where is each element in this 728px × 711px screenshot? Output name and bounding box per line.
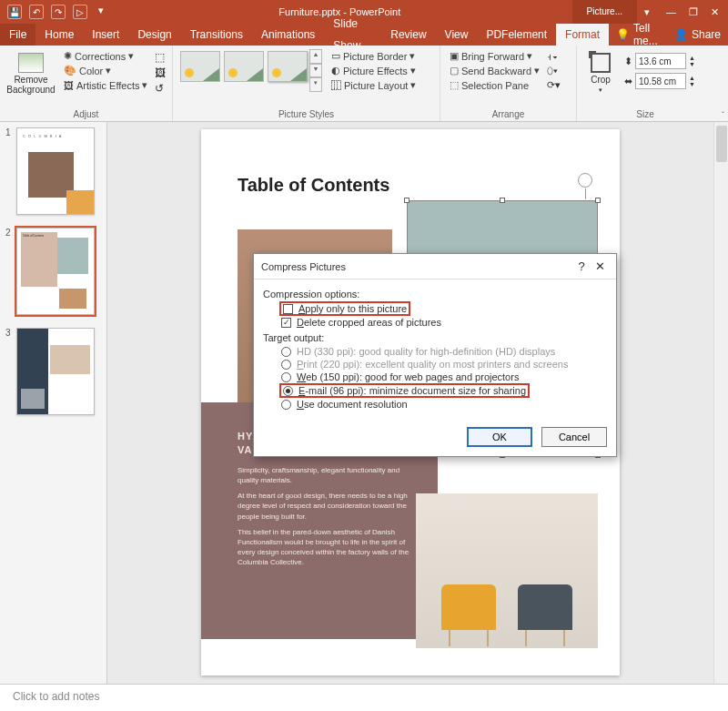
tab-transitions[interactable]: Transitions xyxy=(181,24,252,46)
group-label: Adjust xyxy=(5,109,167,121)
tell-me[interactable]: 💡Tell me... xyxy=(609,22,667,47)
dialog-title: Compress Pictures xyxy=(261,261,572,272)
delete-cropped-checkbox[interactable]: ✓ xyxy=(281,318,291,328)
option-web[interactable]: Web (150 ppi): good for web pages and pr… xyxy=(263,371,607,383)
group-icon[interactable]: ⬯▾ xyxy=(547,65,561,76)
tab-pdfelement[interactable]: PDFelement xyxy=(477,24,556,46)
contextual-tab-group: Picture... xyxy=(572,0,637,24)
rotate-icon[interactable]: ⟳▾ xyxy=(547,79,561,91)
slide-thumb-2[interactable]: 2 Table of Contents xyxy=(4,228,103,315)
slide-thumbnails-pane[interactable]: 1 C O L U M B I A 2 Table of Contents 3 xyxy=(0,122,107,684)
slide-thumb-1[interactable]: 1 C O L U M B I A xyxy=(4,127,103,215)
rotation-handle-icon[interactable] xyxy=(578,173,592,188)
send-backward-button[interactable]: ▢Send Backward▾ xyxy=(446,64,543,77)
scrollbar-thumb[interactable] xyxy=(716,126,727,162)
vertical-scrollbar[interactable] xyxy=(713,122,728,684)
bring-forward-button[interactable]: ▣Bring Forward▾ xyxy=(446,49,543,63)
slide-number: 2 xyxy=(5,228,11,238)
gallery-scroll[interactable]: ▲▼▾ xyxy=(309,49,322,92)
resize-handle[interactable] xyxy=(404,198,410,203)
chevron-down-icon: ▾ xyxy=(599,86,602,94)
artistic-effects-button[interactable]: 🖼Artistic Effects▾ xyxy=(60,78,151,92)
crop-button[interactable]: Crop▾ xyxy=(582,49,619,97)
resize-handle[interactable] xyxy=(500,198,505,203)
slide-thumb-3[interactable]: 3 xyxy=(4,328,103,415)
save-icon[interactable]: 💾 xyxy=(7,5,22,19)
highlight-email: E-mail (96 ppi): minimize document size … xyxy=(279,383,530,398)
corrections-icon: ✺ xyxy=(64,50,72,62)
apply-only-checkbox[interactable] xyxy=(283,304,293,314)
option-hd-label: HD (330 ppi): good quality for high-defi… xyxy=(297,346,555,357)
height-input[interactable]: 13.6 cm xyxy=(635,53,686,69)
delete-cropped-label: Delete cropped areas of pictures xyxy=(297,317,441,328)
undo-icon[interactable]: ↶ xyxy=(29,5,44,19)
align-icon[interactable]: ⫞▾ xyxy=(547,51,561,62)
picture-style-preset[interactable] xyxy=(268,51,308,82)
chevron-down-icon: ▾ xyxy=(128,50,134,62)
change-picture-icon[interactable]: 🖼 xyxy=(155,66,166,79)
delete-cropped-option[interactable]: ✓ Delete cropped areas of pictures xyxy=(263,316,607,329)
picture-border-button[interactable]: ▭Picture Border▾ xyxy=(328,49,420,63)
help-icon[interactable]: ? xyxy=(572,259,591,273)
ok-button[interactable]: OK xyxy=(467,427,532,447)
notes-pane[interactable]: Click to add notes xyxy=(0,684,728,711)
option-print: Print (220 ppi): excellent quality on mo… xyxy=(263,358,607,371)
dialog-titlebar[interactable]: Compress Pictures ? ✕ xyxy=(254,254,616,279)
stepper-icon[interactable]: ▲▼ xyxy=(689,75,695,87)
tab-review[interactable]: Review xyxy=(381,24,435,46)
tab-file[interactable]: File xyxy=(0,24,35,46)
width-icon: ⬌ xyxy=(624,76,632,87)
redo-icon[interactable]: ↷ xyxy=(51,5,66,19)
tab-insert[interactable]: Insert xyxy=(83,24,128,46)
group-label: Arrange xyxy=(446,109,571,121)
slide-image-chairs[interactable] xyxy=(416,493,598,648)
maximize-icon[interactable]: ❐ xyxy=(689,6,698,18)
option-hd: HD (330 ppi): good quality for high-defi… xyxy=(263,345,607,358)
picture-effects-button[interactable]: ◐Picture Effects▾ xyxy=(328,64,420,77)
share-button[interactable]: 👤Share xyxy=(667,28,728,41)
width-input[interactable]: 10.58 cm xyxy=(635,73,686,89)
corrections-button[interactable]: ✺Corrections▾ xyxy=(60,49,151,63)
option-docres[interactable]: Use document resolution xyxy=(263,398,607,411)
ribbon-tabs: File Home Insert Design Transitions Anim… xyxy=(0,24,728,46)
cancel-button[interactable]: Cancel xyxy=(541,427,607,447)
height-icon: ⬍ xyxy=(624,56,632,67)
qat-more-icon[interactable]: ▾ xyxy=(95,5,107,19)
stepper-icon[interactable]: ▲▼ xyxy=(689,55,695,67)
remove-background-button[interactable]: Remove Background xyxy=(5,49,56,98)
start-slideshow-icon[interactable]: ▷ xyxy=(73,5,87,19)
radio-web[interactable] xyxy=(281,372,291,382)
slide-title: Table of Contents xyxy=(238,175,389,196)
tab-view[interactable]: View xyxy=(436,24,478,46)
radio-docres[interactable] xyxy=(281,400,291,410)
compress-pictures-icon[interactable]: ⬚ xyxy=(155,51,166,64)
design-paragraph: At the heart of good design, there needs… xyxy=(238,491,421,522)
slide-number: 1 xyxy=(5,127,11,137)
tab-format[interactable]: Format xyxy=(556,24,609,46)
option-email-label: E-mail (96 ppi): minimize document size … xyxy=(298,385,526,396)
tab-animations[interactable]: Animations xyxy=(252,24,324,46)
color-button[interactable]: 🎨Color▾ xyxy=(60,64,151,77)
picture-layout-button[interactable]: ⿲Picture Layout▾ xyxy=(328,78,420,92)
radio-email[interactable] xyxy=(283,386,293,396)
selection-pane-button[interactable]: ⬚Selection Pane xyxy=(446,78,543,92)
ribbon-display-options-icon[interactable]: ▾ xyxy=(637,6,657,18)
design-paragraph: Simplicity, craftsmanship, elegant funct… xyxy=(238,465,421,485)
selection-pane-icon: ⬚ xyxy=(450,79,459,91)
picture-style-preset[interactable] xyxy=(224,51,264,82)
tab-design[interactable]: Design xyxy=(128,24,180,46)
quick-access-toolbar: 💾 ↶ ↷ ▷ ▾ xyxy=(0,5,107,19)
compression-options-label: Compression options: xyxy=(263,289,607,300)
crop-icon xyxy=(591,53,611,73)
picture-style-preset[interactable] xyxy=(180,51,220,82)
collapse-ribbon-icon[interactable]: ˇ xyxy=(722,110,724,119)
tab-home[interactable]: Home xyxy=(35,24,83,46)
resize-handle[interactable] xyxy=(595,198,601,203)
group-label: Size xyxy=(582,109,708,121)
bring-forward-icon: ▣ xyxy=(450,50,459,62)
close-icon[interactable]: ✕ xyxy=(591,259,609,273)
effects-icon: ◐ xyxy=(331,65,340,76)
reset-picture-icon[interactable]: ↺ xyxy=(155,82,166,95)
close-icon[interactable]: ✕ xyxy=(711,6,719,18)
minimize-icon[interactable]: — xyxy=(666,6,676,18)
